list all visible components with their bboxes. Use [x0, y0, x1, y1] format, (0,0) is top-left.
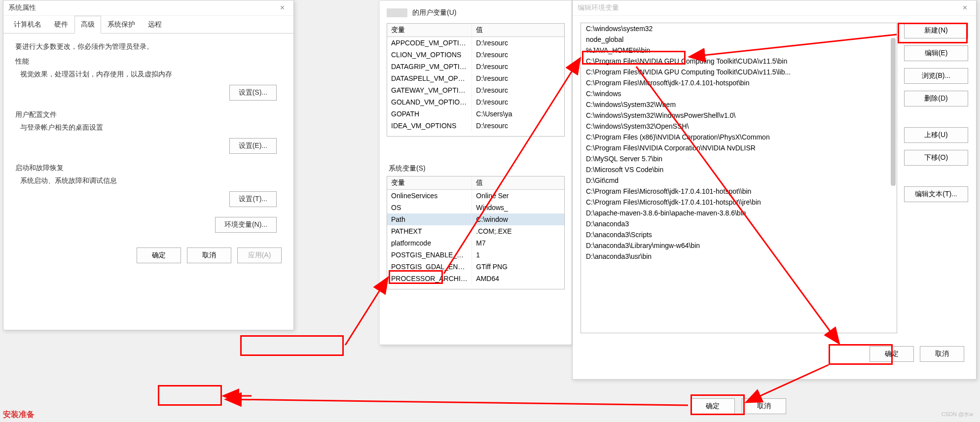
table-row[interactable]: POSTGIS_ENABLE_OUTDB_R...1 — [387, 249, 564, 261]
titlebar: 系统属性 × — [3, 0, 293, 16]
var-name: IDEA_VM_OPTIONS — [387, 120, 472, 132]
table-row[interactable]: GATEWAY_VM_OPTIONSD:\resourc — [387, 84, 564, 96]
path-item[interactable]: C:\windows\System32\Wbem — [581, 99, 897, 110]
cancel-button[interactable]: 取消 — [187, 247, 231, 263]
profile-section: 用户配置文件 与登录帐户相关的桌面设置 设置(E)... — [15, 110, 282, 154]
footer-heading: 安装准备 — [3, 410, 35, 420]
scrollbar-thumb[interactable] — [891, 38, 896, 186]
col-val[interactable]: 值 — [472, 176, 564, 189]
sys-vars-list[interactable]: 变量 值 OnlineServicesOnline SerOSWindows_P… — [387, 176, 565, 289]
table-row[interactable]: POSTGIS_GDAL_ENABLED_D...GTiff PNG — [387, 261, 564, 273]
col-val[interactable]: 值 — [472, 24, 564, 36]
table-row[interactable]: DATAGRIP_VM_OPTIONSD:\resourc — [387, 61, 564, 72]
startup-section: 启动和故障恢复 系统启动、系统故障和调试信息 设置(T)... — [15, 164, 282, 207]
apply-button[interactable]: 应用(A) — [237, 247, 282, 263]
startup-title: 启动和故障恢复 — [15, 164, 282, 173]
table-row[interactable]: CLION_VM_OPTIONSD:\resourc — [387, 49, 564, 61]
env-ok-button[interactable]: 确定 — [690, 398, 735, 414]
path-item[interactable]: D:\Git\cmd — [581, 175, 897, 186]
var-value: D:\resourc — [472, 120, 564, 132]
table-row[interactable]: PathC:\window — [387, 213, 564, 225]
var-value: D:\resourc — [472, 61, 564, 72]
tab-advanced[interactable]: 高级 — [74, 16, 101, 34]
table-row[interactable]: platformcodeM7 — [387, 237, 564, 249]
env-vars-dialog: 的用户变量(U) 变量 值 APPCODE_VM_OPTIONSD:\resou… — [380, 0, 572, 345]
path-item[interactable]: C:\Program Files\NVIDIA Corporation\NVID… — [581, 142, 897, 153]
close-icon[interactable]: × — [959, 3, 971, 12]
perf-desc: 视觉效果，处理器计划，内存使用，以及虚拟内存 — [15, 70, 282, 79]
close-icon[interactable]: × — [276, 3, 289, 12]
path-item[interactable]: C:\Program Files (x86)\NVIDIA Corporatio… — [581, 132, 897, 142]
tab-hardware[interactable]: 硬件 — [48, 16, 74, 34]
col-var[interactable]: 变量 — [387, 176, 472, 189]
path-item[interactable]: %JAVA_HOME%\bin — [581, 45, 897, 56]
tab-system-protection[interactable]: 系统保护 — [101, 16, 142, 34]
var-value: Windows_ — [472, 202, 564, 213]
annotation-box — [158, 385, 222, 406]
table-row[interactable]: PROCESSOR_ARCHITECTUREAMD64 — [387, 273, 564, 284]
move-up-button[interactable]: 上移(U) — [904, 127, 968, 143]
profile-title: 用户配置文件 — [15, 110, 282, 119]
user-vars-list[interactable]: 变量 值 APPCODE_VM_OPTIONSD:\resourcCLION_V… — [387, 23, 565, 137]
col-var[interactable]: 变量 — [387, 24, 472, 36]
startup-settings-button[interactable]: 设置(T)... — [229, 191, 277, 207]
tab-strip: 计算机名 硬件 高级 系统保护 远程 — [3, 16, 293, 34]
var-value: D:\resourc — [472, 37, 564, 49]
perf-title: 性能 — [15, 57, 282, 66]
path-item[interactable]: D:\anaconda3\usr\bin — [581, 251, 897, 262]
table-row[interactable]: OSWindows_ — [387, 202, 564, 213]
path-item[interactable]: D:\anaconda3 — [581, 218, 897, 229]
path-list[interactable]: C:\windows\system32node_global%JAVA_HOME… — [581, 23, 897, 333]
var-name: POSTGIS_GDAL_ENABLED_D... — [387, 261, 472, 273]
var-value: D:\resourc — [472, 72, 564, 84]
table-row[interactable]: APPCODE_VM_OPTIONSD:\resourc — [387, 37, 564, 49]
table-row[interactable]: IDEA_VM_OPTIONSD:\resourc — [387, 120, 564, 132]
titlebar: 编辑环境变量 × — [573, 0, 976, 16]
tab-remote[interactable]: 远程 — [142, 16, 168, 34]
dialog-content: 要进行大多数更改，你必须作为管理员登录。 性能 视觉效果，处理器计划，内存使用，… — [3, 34, 293, 242]
path-item[interactable]: node_global — [581, 34, 897, 45]
move-down-button[interactable]: 下移(O) — [904, 150, 968, 166]
path-item[interactable]: C:\Program Files\NVIDIA GPU Computing To… — [581, 56, 897, 67]
browse-button[interactable]: 浏览(B)... — [904, 68, 968, 84]
table-row[interactable]: GOPATHC:\Users\ya — [387, 108, 564, 120]
delete-button[interactable]: 删除(D) — [904, 91, 968, 106]
profile-settings-button[interactable]: 设置(E)... — [229, 138, 277, 154]
dialog-title: 编辑环境变量 — [578, 3, 619, 12]
path-item[interactable]: C:\windows — [581, 88, 897, 99]
table-row[interactable]: OnlineServicesOnline Ser — [387, 190, 564, 202]
path-buttons-column: 新建(N) 编辑(E) 浏览(B)... 删除(D) 上移(U) 下移(O) 编… — [904, 23, 968, 333]
var-value: 1 — [472, 249, 564, 261]
path-cancel-button[interactable]: 取消 — [920, 346, 964, 362]
path-item[interactable]: D:\apache-maven-3.8.6-bin\apache-maven-3… — [581, 208, 897, 218]
path-item[interactable]: D:\anaconda3\Scripts — [581, 229, 897, 240]
path-item[interactable]: D:\anaconda3\Library\mingw-w64\bin — [581, 240, 897, 251]
perf-settings-button[interactable]: 设置(S)... — [229, 85, 277, 101]
path-item[interactable]: D:\Microsoft VS Code\bin — [581, 164, 897, 175]
path-item[interactable]: C:\windows\system32 — [581, 23, 897, 34]
edit-text-button[interactable]: 编辑文本(T)... — [904, 186, 968, 202]
path-item[interactable]: C:\windows\System32\OpenSSH\ — [581, 121, 897, 132]
new-button[interactable]: 新建(N) — [904, 23, 968, 38]
env-cancel-button[interactable]: 取消 — [742, 398, 786, 414]
var-name: APPCODE_VM_OPTIONS — [387, 37, 472, 49]
var-value: C:\window — [472, 213, 564, 225]
edit-button[interactable]: 编辑(E) — [904, 45, 968, 61]
path-item[interactable]: C:\Program Files\Microsoft\jdk-17.0.4.10… — [581, 197, 897, 208]
path-item[interactable]: C:\Program Files\Microsoft\jdk-17.0.4.10… — [581, 77, 897, 88]
path-item[interactable]: C:\Program Files\Microsoft\jdk-17.0.4.10… — [581, 186, 897, 197]
list-header: 变量 值 — [387, 24, 564, 37]
ok-button[interactable]: 确定 — [137, 247, 181, 263]
path-item[interactable]: C:\windows\System32\WindowsPowerShell\v1… — [581, 110, 897, 121]
edit-path-dialog: 编辑环境变量 × C:\windows\system32node_global%… — [572, 0, 977, 380]
path-ok-button[interactable]: 确定 — [870, 346, 914, 362]
path-item[interactable]: D:\MySQL Server 5.7\bin — [581, 153, 897, 164]
var-value: GTiff PNG — [472, 261, 564, 273]
path-item[interactable]: C:\Program Files\NVIDIA GPU Computing To… — [581, 67, 897, 77]
tab-computer-name[interactable]: 计算机名 — [7, 16, 48, 34]
var-name: platformcode — [387, 237, 472, 249]
table-row[interactable]: GOLAND_VM_OPTIONSD:\resourc — [387, 96, 564, 108]
env-vars-button[interactable]: 环境变量(N)... — [215, 217, 277, 233]
table-row[interactable]: PATHEXT.COM;.EXE — [387, 225, 564, 237]
table-row[interactable]: DATASPELL_VM_OPTIONSD:\resourc — [387, 72, 564, 84]
